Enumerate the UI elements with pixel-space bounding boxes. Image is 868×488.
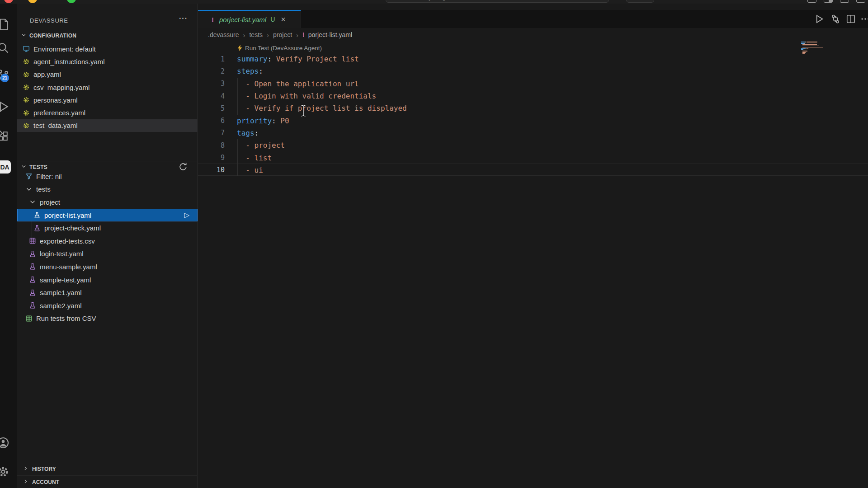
extensions-icon[interactable] [0, 130, 9, 143]
tree-indent-guide [32, 221, 32, 238]
layout-controls-icon[interactable] [856, 0, 865, 3]
section-header-history[interactable]: HISTORY [17, 462, 198, 475]
code-text: summary: Verify Project list [237, 55, 359, 63]
run-and-debug-icon[interactable] [0, 100, 9, 113]
tree-item-porject-list-yaml[interactable]: porject-list.yaml▷ [17, 209, 198, 222]
code-token: - Open the application url [237, 80, 359, 88]
minimap[interactable] [801, 42, 837, 60]
chevron-right-icon [23, 465, 28, 473]
breadcrumb-file[interactable]: porject-list.yaml [308, 31, 352, 38]
code-text: tags: [237, 129, 259, 137]
tree-item-label: porject-list.yaml [44, 211, 91, 219]
chevron-separator-icon: › [296, 31, 298, 39]
section-label: ACCOUNT [32, 479, 59, 485]
config-item-test-data-yaml[interactable]: test_data.yaml [17, 119, 198, 132]
table-green-icon [25, 315, 33, 322]
toggle-secondary-sidebar-icon[interactable] [824, 0, 833, 3]
config-item-personas-yaml[interactable]: personas.yaml [17, 94, 198, 106]
code-line-9[interactable]: 9 - list [198, 151, 831, 164]
minimap-mark [802, 47, 823, 48]
tree-item-filter-nil[interactable]: Filter: nil [17, 170, 198, 183]
settings-gear-icon[interactable] [0, 465, 9, 478]
tree-item-exported-tests-csv[interactable]: exported-tests.csv [17, 235, 198, 248]
customize-layout-icon[interactable] [840, 0, 849, 3]
account-icon[interactable] [0, 436, 9, 449]
code-token: : [255, 129, 259, 137]
config-item-environment-default[interactable]: Environment: default [17, 42, 198, 55]
tree-item-label: sample-test.yaml [40, 276, 91, 284]
filter-icon [25, 173, 33, 180]
tree-item-label: project [40, 198, 60, 206]
tab-porject-list[interactable]: ! porject-list.yaml U × [198, 10, 301, 28]
gear-icon [23, 58, 30, 65]
code-line-3[interactable]: 3 - Open the application url [198, 78, 831, 90]
devassure-extension-icon[interactable]: DA [0, 160, 11, 174]
minimize-window-button[interactable] [28, 0, 37, 3]
tree-item-sample1-yaml[interactable]: sample1.yaml [17, 286, 198, 299]
breadcrumb-item[interactable]: project [273, 31, 292, 38]
minimap-mark [801, 49, 803, 50]
tree-item-label: exported-tests.csv [40, 237, 95, 245]
code-line-5[interactable]: 5 - Verify if project list is displayed [198, 102, 831, 114]
code-token: - Verify if project list is displayed [237, 104, 407, 113]
breadcrumb-item[interactable]: tests [249, 31, 263, 38]
run-tests-graph-icon[interactable] [830, 14, 841, 24]
code-line-2[interactable]: 2steps: [198, 65, 831, 77]
run-file-icon[interactable] [814, 14, 825, 24]
line-number: 10 [198, 166, 225, 174]
chevron-down-icon [29, 198, 36, 206]
config-item-preferences-yaml[interactable]: preferences.yaml [17, 107, 198, 119]
tree-item-project-check-yaml[interactable]: project-check.yaml [17, 221, 198, 235]
tree-item-menu-sample-yaml[interactable]: menu-sample.yaml [17, 260, 198, 273]
monitor-icon [23, 45, 30, 52]
gear-icon [23, 71, 30, 78]
explorer-icon[interactable] [0, 18, 9, 31]
close-window-button[interactable] [4, 0, 13, 3]
run-test-icon[interactable]: ▷ [184, 211, 189, 219]
breadcrumb-item[interactable]: .devassure [208, 31, 239, 38]
section-header-configuration[interactable]: CONFIGURATION [17, 30, 198, 42]
code-token: : [272, 117, 276, 125]
editor-group: ! porject-list.yaml U × .devassure › tes… [198, 4, 868, 488]
tree-item-tests[interactable]: tests [17, 183, 198, 196]
code-line-4[interactable]: 4 - Login with valid credentials [198, 90, 831, 102]
maximize-window-button[interactable] [67, 0, 76, 3]
config-item-agent-instructions-yaml[interactable]: agent_instructions.yaml [17, 55, 198, 68]
tab-bar: ! porject-list.yaml U × [198, 10, 868, 28]
more-actions-icon[interactable]: ··· [179, 14, 188, 23]
config-item-app-yaml[interactable]: app.yaml [17, 68, 198, 81]
code-token: - ui [237, 166, 263, 174]
line-number: 3 [198, 80, 225, 88]
title-bar-button[interactable] [626, 0, 654, 3]
tree-item-run-tests-from-csv[interactable]: Run tests from CSV [17, 312, 198, 325]
toggle-panel-icon[interactable] [807, 0, 816, 3]
tree-item-label: tests [36, 185, 51, 193]
close-tab-icon[interactable]: × [281, 15, 286, 24]
code-token: tags [237, 129, 255, 137]
code-line-8[interactable]: 8 - project [198, 139, 831, 151]
code-line-7[interactable]: 7tags: [198, 127, 831, 139]
tree-item-sample2-yaml[interactable]: sample2.yaml [17, 299, 198, 312]
minimap-mark [807, 48, 809, 49]
section-header-account[interactable]: ACCOUNT [17, 475, 198, 488]
code-line-10[interactable]: 10 - ui [198, 164, 831, 176]
minimap-mark [801, 43, 804, 44]
search-icon[interactable] [0, 42, 9, 54]
command-center-search[interactable]: devassy-insight [386, 0, 609, 3]
tree-item-project[interactable]: project [17, 196, 198, 209]
config-item-label: preferences.yaml [33, 109, 85, 117]
more-editor-actions-icon[interactable] [860, 14, 868, 24]
tree-item-login-test-yaml[interactable]: login-test.yaml [17, 248, 198, 261]
tree-item-label: Filter: nil [36, 173, 62, 180]
tree-item-label: menu-sample.yaml [40, 263, 97, 271]
config-item-csv-mapping-yaml[interactable]: csv_mapping.yaml [17, 81, 198, 94]
code-line-6[interactable]: 6priority: P0 [198, 115, 831, 127]
code-line-1[interactable]: 1summary: Verify Project list [198, 53, 831, 65]
config-item-label: Environment: default [33, 45, 96, 53]
tree-item-sample-test-yaml[interactable]: sample-test.yaml [17, 273, 198, 286]
code-token: : [267, 55, 272, 63]
lightning-icon [237, 45, 243, 52]
codelens-run-test[interactable]: Run Test (DevAssure Agent) [237, 43, 322, 52]
split-editor-icon[interactable] [845, 14, 856, 24]
search-icon [401, 0, 406, 0]
